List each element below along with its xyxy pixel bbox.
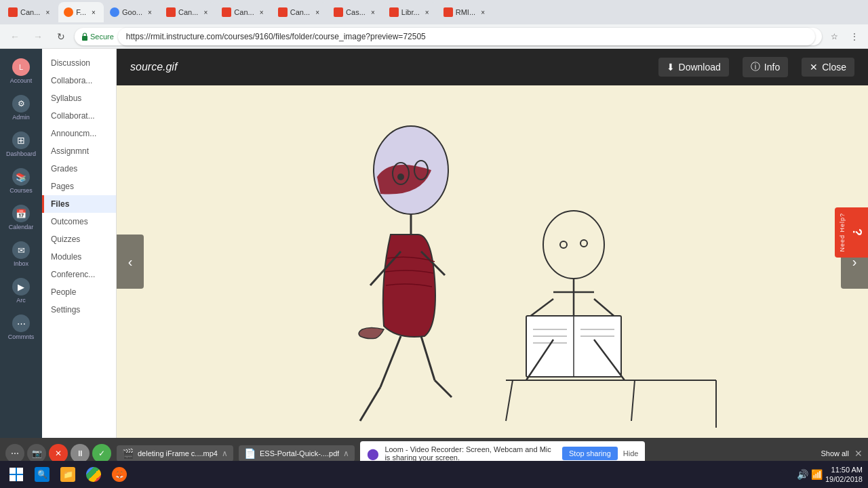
download-button[interactable]: ⬇ Download [658, 58, 729, 77]
video-icon: 🎬 [122, 448, 134, 459]
prev-arrow[interactable]: ‹ [117, 235, 144, 289]
close-button[interactable]: ✕ Close [802, 58, 854, 77]
tab-bar: Can... × F... × Goo... × Can... × Can...… [0, 0, 868, 24]
tab-rmi[interactable]: RMI... × [438, 2, 493, 22]
sidebar-announce[interactable]: Announcm... [42, 125, 116, 142]
tab-label-c3: Can... [234, 8, 254, 16]
nav-dashboard[interactable]: ⊞ Dashboard [2, 127, 40, 161]
tab-fox[interactable]: F... × [58, 2, 104, 22]
download-close-2[interactable]: ∧ [343, 449, 349, 458]
download-item-1[interactable]: 🎬 deleting iFrame c....mp4 ∧ [117, 445, 233, 462]
hide-button[interactable]: Hide [623, 449, 639, 458]
tab-close-cas[interactable]: × [368, 7, 378, 17]
sidebar-people[interactable]: People [42, 283, 116, 301]
sidebar-collab1[interactable]: Collabora... [42, 72, 116, 89]
secure-text: Secure [90, 33, 114, 41]
tab-favicon-cas [334, 7, 343, 17]
menu-icon[interactable]: ⋮ [846, 28, 863, 45]
commons-label: Commnts [8, 333, 35, 340]
download-close-1[interactable]: ∧ [222, 449, 228, 458]
taskbar-search[interactable]: 🔍 [30, 462, 54, 487]
tab-canvas-2[interactable]: Can... × [161, 2, 216, 22]
loom-message: Loom - Video Recorder: Screen, Webcam an… [384, 445, 557, 462]
calendar-icon: 📅 [12, 205, 30, 222]
sidebar-discussion[interactable]: Discussion [42, 54, 116, 72]
help-widget[interactable]: ? Need Help? [835, 207, 868, 258]
svg-line-30 [506, 380, 513, 421]
start-button[interactable] [5, 464, 27, 485]
sidebar-quizzes[interactable]: Quizzes [42, 230, 116, 248]
tab-close-c2[interactable]: × [201, 7, 210, 17]
nav-commons[interactable]: ⋯ Commnts [2, 310, 40, 344]
confirm-button[interactable]: ✓ [92, 444, 111, 463]
forward-button[interactable]: → [28, 27, 47, 46]
sketch-container [117, 85, 868, 438]
tab-favicon-google [110, 7, 119, 17]
close-label: Close [822, 62, 846, 73]
tab-close-rmi[interactable]: × [478, 7, 488, 17]
camera-button[interactable]: 📷 [27, 444, 46, 463]
nav-arc[interactable]: ▶ Arc [2, 274, 40, 308]
sidebar-conference[interactable]: Conferenc... [42, 266, 116, 283]
tab-favicon-canvas [8, 7, 18, 17]
taskbar-close-button[interactable]: ✕ [854, 448, 863, 459]
sidebar-collab2[interactable]: Collaborat... [42, 107, 116, 125]
stop-button[interactable]: ✕ [49, 444, 68, 463]
arc-icon: ▶ [12, 278, 30, 296]
sidebar-assign[interactable]: Assignmnt [42, 142, 116, 160]
taskbar-chrome[interactable] [81, 462, 106, 487]
tab-label: Can... [20, 8, 40, 16]
account-avatar: L [12, 58, 30, 76]
sidebar-outcomes[interactable]: Outcomes [42, 213, 116, 230]
sidebar-settings[interactable]: Settings [42, 301, 116, 319]
taskbar-browser[interactable]: 🦊 [107, 462, 132, 487]
tab-label-google: Goo... [122, 8, 142, 16]
sidebar-grades[interactable]: Grades [42, 160, 116, 178]
tab-cas[interactable]: Cas... × [328, 2, 383, 22]
tab-close[interactable]: × [43, 7, 52, 17]
download-icon: ⬇ [667, 62, 675, 73]
back-button[interactable]: ← [5, 27, 24, 46]
tab-google[interactable]: Goo... × [104, 2, 160, 22]
info-button[interactable]: ⓘ Info [743, 57, 788, 77]
course-sidebar: Discussion Collabora... Syllabus Collabo… [42, 49, 117, 438]
pause-button[interactable]: ⏸ [71, 444, 90, 463]
tab-close-google[interactable]: × [145, 7, 155, 17]
tab-close-c3[interactable]: × [257, 7, 267, 17]
taskbar-file-explorer[interactable]: 📁 [56, 462, 80, 487]
help-label: Need Help? [839, 213, 846, 252]
nav-inbox[interactable]: ✉ Inbox [2, 237, 40, 271]
explorer-icon: 📁 [60, 467, 75, 482]
tab-canvas-4[interactable]: Can... × [273, 2, 328, 22]
nav-courses[interactable]: 📚 Courses [2, 164, 40, 198]
nav-calendar[interactable]: 📅 Calendar [2, 201, 40, 235]
bookmark-icon[interactable]: ☆ [826, 28, 842, 45]
tab-close-lib[interactable]: × [422, 7, 432, 17]
system-date: 19/02/2018 [825, 474, 863, 484]
tab-close-c4[interactable]: × [313, 7, 322, 17]
tab-canvas-3[interactable]: Can... × [216, 2, 271, 22]
svg-line-9 [360, 387, 380, 421]
show-all-button[interactable]: Show all [821, 449, 849, 458]
sidebar-syllabus[interactable]: Syllabus [42, 89, 116, 107]
tab-favicon-c3 [222, 7, 231, 17]
secure-badge: Secure [81, 33, 114, 41]
tab-lib[interactable]: Libr... × [384, 2, 437, 22]
dashboard-icon: ⊞ [12, 131, 30, 149]
sidebar-pages[interactable]: Pages [42, 178, 116, 195]
nav-admin[interactable]: ⚙ Admin [2, 91, 40, 125]
url-input[interactable] [118, 28, 815, 45]
reload-button[interactable]: ↻ [52, 27, 71, 46]
sidebar-modules[interactable]: Modules [42, 248, 116, 266]
svg-line-11 [435, 380, 452, 397]
menu-rec-button[interactable]: ⋯ [5, 444, 24, 463]
sidebar-files[interactable]: Files [42, 195, 116, 213]
stop-sharing-button[interactable]: Stop sharing [562, 447, 618, 460]
tab-label-fox: F... [76, 8, 86, 16]
tab-close-fox[interactable]: × [89, 7, 98, 17]
nav-account[interactable]: L Account [2, 54, 40, 88]
chrome-taskbar-icon [86, 467, 101, 482]
download-item-2[interactable]: 📄 ESS-Portal-Quick-....pdf ∧ [239, 445, 355, 462]
pdf-icon: 📄 [244, 448, 256, 459]
tab-canvas-1[interactable]: Can... × [3, 2, 58, 22]
